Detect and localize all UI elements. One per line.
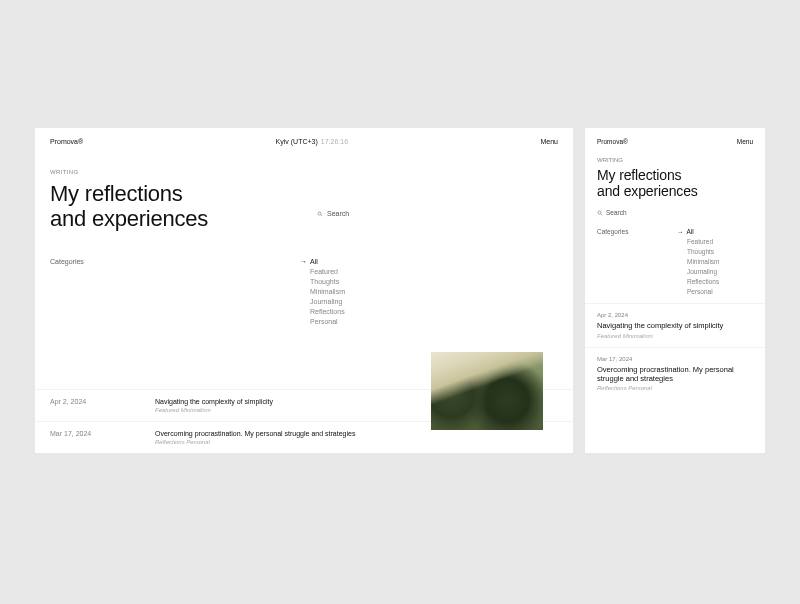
- category-filter-featured[interactable]: Featured: [300, 268, 345, 275]
- location-label: Kyiv (UTC+3): [276, 138, 318, 145]
- header: Promova® Menu: [585, 128, 765, 145]
- categories-list: →All Featured Thoughts Minimalism Journa…: [677, 228, 720, 295]
- category-filter-reflections[interactable]: Reflections: [300, 308, 345, 315]
- mobile-layout-card: Promova® Menu WRITING My reflections and…: [585, 128, 765, 453]
- menu-button[interactable]: Menu: [540, 138, 558, 145]
- search-label: Search: [327, 210, 349, 217]
- arrow-right-icon: →: [677, 228, 684, 235]
- article-date: Apr 2, 2024: [597, 312, 753, 318]
- category-label: Minimalism: [310, 288, 345, 295]
- article-title: Overcoming procrastination. My personal …: [155, 430, 355, 437]
- category-label: Featured: [687, 238, 713, 245]
- search-icon: [317, 211, 323, 217]
- search-input[interactable]: Search: [585, 199, 765, 216]
- category-filter-minimalism[interactable]: Minimalism: [300, 288, 345, 295]
- article-date: Mar 17, 2024: [50, 430, 105, 445]
- category-label: Journaling: [310, 298, 342, 305]
- search-icon: [597, 210, 603, 216]
- category-label: Personal: [310, 318, 338, 325]
- category-filter-journaling[interactable]: Journaling: [677, 268, 720, 275]
- category-filter-reflections[interactable]: Reflections: [677, 278, 720, 285]
- search-label: Search: [606, 209, 627, 216]
- page-title: My reflections and experiences: [585, 167, 765, 199]
- article-date: Apr 2, 2024: [50, 398, 105, 413]
- search-input[interactable]: Search: [317, 210, 349, 217]
- categories-label: Categories: [597, 228, 677, 295]
- category-filter-thoughts[interactable]: Thoughts: [300, 278, 345, 285]
- category-filter-thoughts[interactable]: Thoughts: [677, 248, 720, 255]
- category-label: Minimalism: [687, 258, 720, 265]
- category-filter-featured[interactable]: Featured: [677, 238, 720, 245]
- menu-button[interactable]: Menu: [737, 138, 753, 145]
- categories-list: →All Featured Thoughts Minimalism Journa…: [300, 258, 345, 325]
- article-title: Overcoming procrastination. My personal …: [597, 365, 753, 384]
- header: Promova® Kyiv (UTC+3) 17:26:16 Menu: [35, 128, 573, 145]
- svg-point-0: [318, 212, 321, 215]
- category-filter-minimalism[interactable]: Minimalism: [677, 258, 720, 265]
- categories: Categories →All Featured Thoughts Minima…: [585, 216, 765, 295]
- section-label: WRITING: [35, 145, 573, 181]
- category-label: Reflections: [687, 278, 719, 285]
- article-row[interactable]: Apr 2, 2024 Navigating the complexity of…: [585, 303, 765, 346]
- brand-logo[interactable]: Promova®: [50, 138, 83, 145]
- category-label: Featured: [310, 268, 338, 275]
- category-label: Personal: [687, 288, 713, 295]
- article-title: Navigating the complexity of simplicity: [597, 321, 753, 330]
- page-title-line1: My reflections: [597, 167, 681, 183]
- category-label: All: [687, 228, 694, 235]
- article-tags: Featured Minimalism: [597, 333, 753, 339]
- article-title: Navigating the complexity of simplicity: [155, 398, 273, 405]
- article-date: Mar 17, 2024: [597, 356, 753, 362]
- svg-line-1: [321, 214, 323, 216]
- article-list: Apr 2, 2024 Navigating the complexity of…: [585, 303, 765, 399]
- category-label: Thoughts: [310, 278, 339, 285]
- article-tags: Reflections Personal: [155, 439, 355, 445]
- category-label: Journaling: [687, 268, 717, 275]
- category-filter-journaling[interactable]: Journaling: [300, 298, 345, 305]
- article-thumbnail: [431, 352, 543, 430]
- page-title: My reflections and experiences: [35, 181, 573, 232]
- article-tags: Reflections Personal: [597, 385, 753, 391]
- category-filter-all[interactable]: →All: [300, 258, 345, 265]
- svg-point-2: [598, 211, 601, 214]
- categories-label: Categories: [50, 258, 300, 325]
- category-label: All: [310, 258, 318, 265]
- brand-logo[interactable]: Promova®: [597, 138, 628, 145]
- category-filter-all[interactable]: →All: [677, 228, 720, 235]
- article-row[interactable]: Mar 17, 2024 Overcoming procrastination.…: [585, 347, 765, 400]
- category-filter-personal[interactable]: Personal: [300, 318, 345, 325]
- section-label: WRITING: [585, 145, 765, 167]
- arrow-right-icon: →: [300, 258, 307, 265]
- category-label: Thoughts: [687, 248, 714, 255]
- clock: 17:26:16: [321, 138, 348, 145]
- page-title-line2: and experiences: [50, 206, 208, 231]
- category-filter-personal[interactable]: Personal: [677, 288, 720, 295]
- svg-line-3: [601, 213, 603, 215]
- desktop-layout-card: Promova® Kyiv (UTC+3) 17:26:16 Menu WRIT…: [35, 128, 573, 453]
- categories: Categories →All Featured Thoughts Minima…: [35, 232, 573, 325]
- page-title-line2: and experiences: [597, 183, 698, 199]
- article-tags: Featured Minimalism: [155, 407, 273, 413]
- header-location-time: Kyiv (UTC+3) 17:26:16: [276, 138, 348, 145]
- category-label: Reflections: [310, 308, 345, 315]
- page-title-line1: My reflections: [50, 181, 183, 206]
